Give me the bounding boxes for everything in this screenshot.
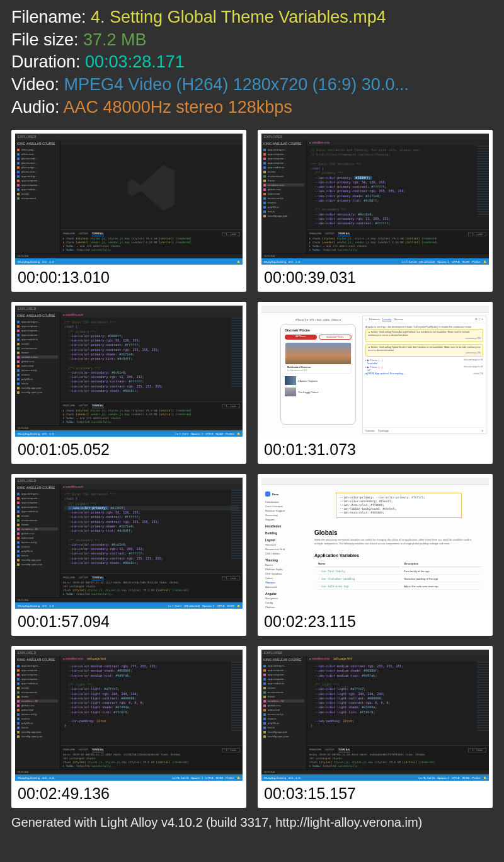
meta-filesize-value: 37.2 MB xyxy=(83,30,147,49)
meta-filename-label: Filename: xyxy=(11,8,91,26)
thumb-5: IONIC-ANGULAR-COURSE app-routing.m… app.… xyxy=(11,474,246,636)
screenshot-4: iPhone X ▾ 375 × 812 126% Online ▾ Disco… xyxy=(261,306,489,437)
meta-duration-row: Duration: 00:03:28.171 xyxy=(11,51,493,74)
timestamp-4: 00:01:31.073 xyxy=(261,437,489,460)
screenshot-6: Docs Introduction Core Concepts Browser … xyxy=(261,478,489,609)
meta-audio-value: AAC 48000Hz stereo 128kbps xyxy=(64,98,292,117)
thumbnail-grid: IONIC-ANGULAR-COURSE offers.pag… offers-… xyxy=(0,121,504,808)
meta-video-label: Video: xyxy=(11,75,64,94)
timestamp-3: 00:01:05.052 xyxy=(15,437,243,460)
meta-audio-label: Audio: xyxy=(11,98,64,117)
generator-footer: Generated with Light Alloy v4.10.2 (buil… xyxy=(0,808,504,830)
meta-video-row: Video: MPEG4 Video (H264) 1280x720 (16:9… xyxy=(11,74,493,96)
thumb-2: IONIC-ANGULAR-COURSE app-routing.m… app.… xyxy=(258,130,493,292)
file-metadata: Filename: 4. Setting Global Theme Variab… xyxy=(0,0,504,121)
meta-filesize-label: File size: xyxy=(11,30,83,49)
timestamp-2: 00:00:39.031 xyxy=(261,265,489,288)
timestamp-7: 00:02:49.136 xyxy=(15,781,243,804)
phone-preview: Discover Places All Places Bookable Plac… xyxy=(280,324,356,425)
screenshot-2: IONIC-ANGULAR-COURSE app-routing.m… app.… xyxy=(261,134,489,265)
meta-audio-row: Audio: AAC 48000Hz stereo 128kbps xyxy=(11,96,493,119)
thumb-8: IONIC-ANGULAR-COURSE app-routing.m… app.… xyxy=(258,646,493,808)
screenshot-5: IONIC-ANGULAR-COURSE app-routing.m… app.… xyxy=(15,478,243,609)
meta-filename-value: 4. Setting Global Theme Variables.mp4 xyxy=(91,8,386,26)
meta-filesize-row: File size: 37.2 MB xyxy=(11,29,493,52)
meta-duration-label: Duration: xyxy=(11,52,85,71)
screenshot-3: IONIC-ANGULAR-COURSE app-routing.m… app.… xyxy=(15,306,243,437)
meta-filename-row: Filename: 4. Setting Global Theme Variab… xyxy=(11,6,493,29)
screenshot-7: IONIC-ANGULAR-COURSE app-routing.m… app.… xyxy=(15,650,243,781)
timestamp-5: 00:01:57.094 xyxy=(15,609,243,632)
thumb-3: IONIC-ANGULAR-COURSE app-routing.m… app.… xyxy=(11,302,246,464)
thumb-4: iPhone X ▾ 375 × 812 126% Online ▾ Disco… xyxy=(258,302,493,464)
screenshot-1: IONIC-ANGULAR-COURSE offers.pag… offers-… xyxy=(15,134,243,265)
timestamp-1: 00:00:13.010 xyxy=(15,265,243,288)
vscode-logo-icon xyxy=(123,159,180,216)
meta-duration-value: 00:03:28.171 xyxy=(85,52,185,71)
thumb-7: IONIC-ANGULAR-COURSE app-routing.m… app.… xyxy=(11,646,246,808)
screenshot-8: IONIC-ANGULAR-COURSE app-routing.m… app.… xyxy=(261,650,489,781)
thumb-1: IONIC-ANGULAR-COURSE offers.pag… offers-… xyxy=(11,130,246,292)
thumb-6: Docs Introduction Core Concepts Browser … xyxy=(258,474,493,636)
timestamp-8: 00:03:15.157 xyxy=(261,781,489,804)
timestamp-6: 00:02:23.115 xyxy=(261,609,489,632)
meta-video-value: MPEG4 Video (H264) 1280x720 (16:9) 30.0.… xyxy=(64,75,409,94)
